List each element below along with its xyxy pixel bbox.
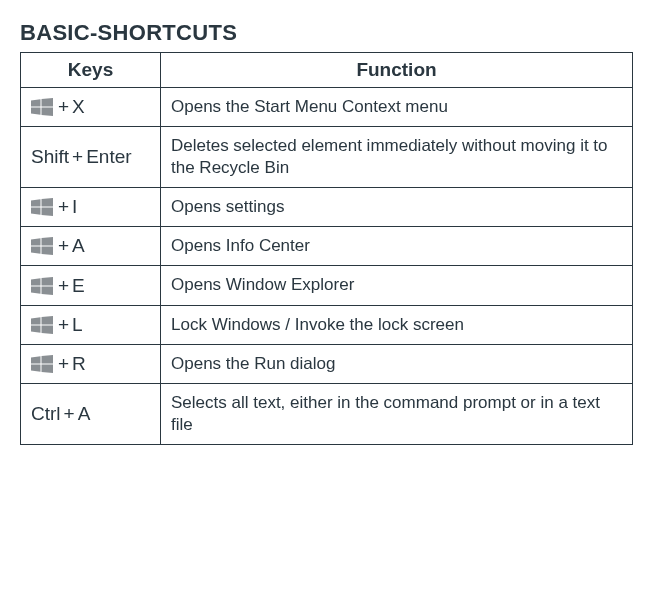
keys-cell: +I: [21, 188, 161, 227]
keys-cell: +E: [21, 266, 161, 305]
key-text: L: [72, 314, 83, 335]
svg-marker-16: [31, 317, 41, 324]
windows-key-icon: [31, 316, 53, 336]
svg-marker-18: [31, 325, 41, 332]
svg-marker-14: [31, 286, 41, 293]
table-row: +ROpens the Run dialog: [21, 344, 633, 383]
svg-marker-21: [42, 355, 54, 364]
key-text: Ctrl: [31, 403, 61, 424]
function-cell: Opens the Run dialog: [161, 344, 633, 383]
key-plus: +: [69, 146, 86, 167]
key-text: A: [78, 403, 91, 424]
windows-key-icon: [31, 355, 53, 375]
key-plus: +: [61, 403, 78, 424]
svg-marker-0: [31, 99, 41, 106]
svg-marker-15: [42, 286, 54, 295]
key-plus: +: [55, 96, 72, 117]
table-row: Ctrl+ASelects all text, either in the co…: [21, 383, 633, 444]
keys-cell: Ctrl+A: [21, 383, 161, 444]
key-plus: +: [55, 314, 72, 335]
table-header-row: Keys Function: [21, 53, 633, 88]
svg-marker-19: [42, 325, 54, 334]
svg-marker-23: [42, 364, 54, 373]
key-plus: +: [55, 235, 72, 256]
svg-marker-4: [31, 200, 41, 207]
svg-marker-22: [31, 364, 41, 371]
keys-cell: +A: [21, 227, 161, 266]
keys-cell: +X: [21, 88, 161, 127]
table-row: +EOpens Window Explorer: [21, 266, 633, 305]
svg-marker-2: [31, 108, 41, 115]
svg-marker-1: [42, 98, 54, 107]
function-cell: Deletes selected element immediately wit…: [161, 127, 633, 188]
svg-marker-13: [42, 277, 54, 286]
key-text: E: [72, 275, 85, 296]
header-function: Function: [161, 53, 633, 88]
svg-marker-12: [31, 278, 41, 285]
svg-marker-20: [31, 356, 41, 363]
keys-cell: +L: [21, 305, 161, 344]
windows-key-icon: [31, 98, 53, 118]
key-text: R: [72, 353, 86, 374]
windows-key-icon: [31, 277, 53, 297]
function-cell: Opens Info Center: [161, 227, 633, 266]
svg-marker-17: [42, 316, 54, 325]
svg-marker-10: [31, 247, 41, 254]
header-keys: Keys: [21, 53, 161, 88]
svg-marker-11: [42, 247, 54, 256]
function-cell: Opens settings: [161, 188, 633, 227]
svg-marker-8: [31, 239, 41, 246]
windows-key-icon: [31, 198, 53, 218]
key-plus: +: [55, 275, 72, 296]
function-cell: Lock Windows / Invoke the lock screen: [161, 305, 633, 344]
key-text: Shift: [31, 146, 69, 167]
keys-cell: Shift+Enter: [21, 127, 161, 188]
key-plus: +: [55, 353, 72, 374]
function-cell: Opens Window Explorer: [161, 266, 633, 305]
windows-key-icon: [31, 237, 53, 257]
key-text: Enter: [86, 146, 131, 167]
table-row: +XOpens the Start Menu Context menu: [21, 88, 633, 127]
keys-cell: +R: [21, 344, 161, 383]
svg-marker-6: [31, 208, 41, 215]
key-text: I: [72, 196, 77, 217]
function-cell: Opens the Start Menu Context menu: [161, 88, 633, 127]
table-row: +LLock Windows / Invoke the lock screen: [21, 305, 633, 344]
table-row: +IOpens settings: [21, 188, 633, 227]
table-row: +AOpens Info Center: [21, 227, 633, 266]
key-plus: +: [55, 196, 72, 217]
svg-marker-5: [42, 198, 54, 207]
page-title: BASIC-SHORTCUTS: [20, 20, 632, 46]
key-text: A: [72, 235, 85, 256]
key-text: X: [72, 96, 85, 117]
function-cell: Selects all text, either in the command …: [161, 383, 633, 444]
shortcuts-table: Keys Function +XOpens the Start Menu Con…: [20, 52, 633, 445]
svg-marker-3: [42, 108, 54, 117]
svg-marker-9: [42, 237, 54, 246]
svg-marker-7: [42, 208, 54, 217]
table-row: Shift+EnterDeletes selected element imme…: [21, 127, 633, 188]
